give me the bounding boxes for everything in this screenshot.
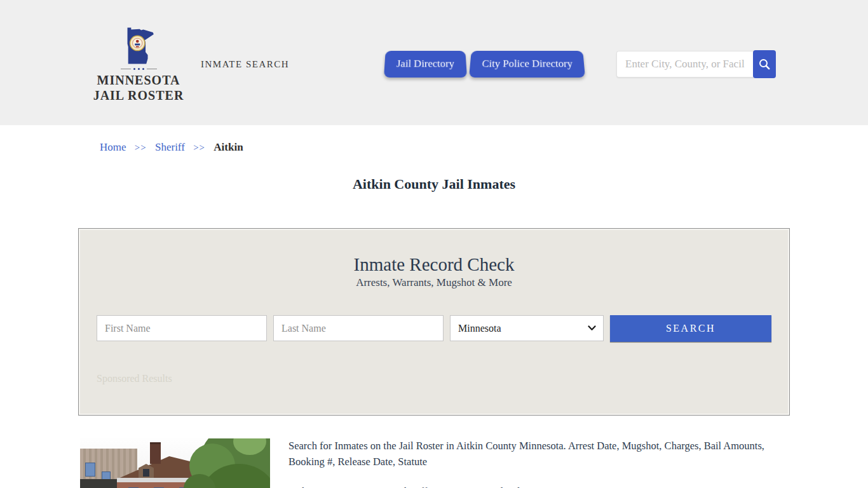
record-search-button[interactable]: SEARCH: [610, 315, 771, 342]
facility-search-button[interactable]: [753, 50, 776, 78]
minnesota-state-icon: [120, 25, 157, 66]
breadcrumb-current: Aitkin: [214, 141, 243, 153]
record-check-title: Inmate Record Check: [79, 254, 789, 275]
logo-title-line1: MINNESOTA: [97, 73, 180, 87]
photo-chimney: [150, 442, 161, 464]
facility-search: [616, 50, 776, 78]
intro-paragraph: Search for Inmates on the Jail Roster in…: [288, 438, 768, 470]
photo-window: [85, 463, 95, 477]
first-name-input[interactable]: [97, 315, 267, 341]
record-check-subtitle: Arrests, Warrants, Mugshot & More: [79, 276, 789, 289]
jail-building-photo: [80, 438, 270, 488]
last-name-input[interactable]: [273, 315, 444, 341]
breadcrumb-separator: >>: [193, 142, 205, 152]
site-header: MINNESOTA JAIL ROSTER INMATE SEARCH Jail…: [0, 0, 868, 125]
jail-directory-button[interactable]: Jail Directory: [384, 51, 467, 78]
header-nav: Jail Directory City Police Directory: [384, 50, 585, 78]
state-select[interactable]: Minnesota: [450, 315, 604, 341]
breadcrumb-separator: >>: [135, 142, 147, 152]
main-content: Home >> Sheriff >> Aitkin Aitkin County …: [0, 141, 868, 488]
logo-title-line2: JAIL ROSTER: [93, 88, 184, 102]
page-title: Aitkin County Jail Inmates: [0, 176, 868, 193]
county-info-section: Search for Inmates on the Jail Roster in…: [80, 438, 868, 488]
photo-dormer-window: [143, 469, 149, 477]
page: { "header": { "logo": { "line1": "MINNES…: [0, 0, 868, 488]
breadcrumb: Home >> Sheriff >> Aitkin: [100, 141, 868, 154]
search-icon: [758, 58, 771, 71]
site-logo[interactable]: MINNESOTA JAIL ROSTER: [91, 25, 186, 103]
county-info-text: Search for Inmates on the Jail Roster in…: [288, 438, 768, 488]
second-paragraph: Aitkin County Minnesota Sheriff's Depart…: [288, 484, 768, 488]
record-check-form: Minnesota SEARCH: [97, 315, 771, 342]
inmate-search-label: INMATE SEARCH: [201, 59, 289, 70]
city-police-directory-button[interactable]: City Police Directory: [469, 51, 585, 78]
sponsored-results-label: Sponsored Results: [97, 373, 789, 384]
breadcrumb-sheriff-link[interactable]: Sheriff: [155, 141, 185, 153]
inmate-record-check-panel: Inmate Record Check Arrests, Warrants, M…: [78, 228, 790, 416]
facility-search-input[interactable]: [616, 51, 754, 78]
state-select-wrap: Minnesota: [450, 315, 604, 342]
logo-divider: [121, 68, 157, 70]
breadcrumb-home-link[interactable]: Home: [100, 141, 126, 153]
